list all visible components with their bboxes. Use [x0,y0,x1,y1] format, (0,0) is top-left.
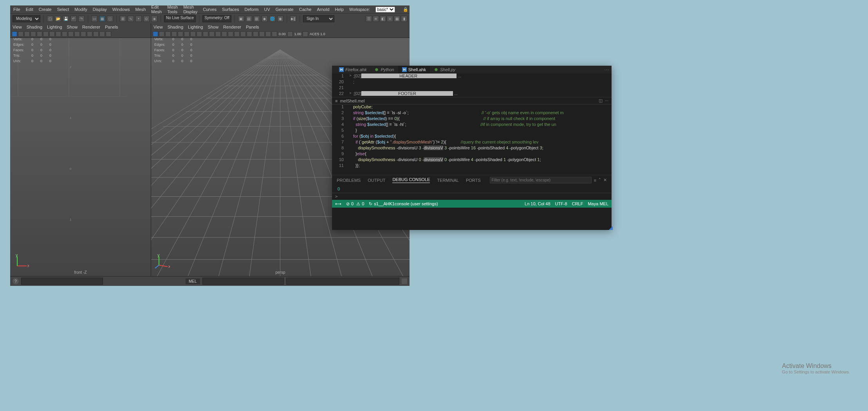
panel-menu-renderer[interactable]: Renderer [223,25,241,29]
vscode-status-bar[interactable]: ⟷ ⊘0 ⚠0 ↻ s1__AHK1console (user settings… [332,200,612,208]
vp-shadows-icon[interactable] [228,31,233,37]
tab-python[interactable]: ⬢Python [370,66,398,74]
panel-menu-lighting[interactable]: Lighting [47,25,62,29]
menu-edit[interactable]: Edit [26,7,33,12]
panel-menu-lighting[interactable]: Lighting [188,25,203,29]
graph-editor-icon[interactable]: ≋ [373,16,379,22]
panel-tab-problems[interactable]: PROBLEMS [337,178,361,183]
panel-menu-panels[interactable]: Panels [246,25,259,29]
command-line-input[interactable] [202,278,284,285]
vp-lights-icon[interactable] [222,31,227,37]
open-icon[interactable]: 📂 [55,16,61,22]
vp-aa-icon[interactable] [247,31,252,37]
tab-shell-py[interactable]: ⬢Shell.py [430,66,459,74]
render-settings-icon[interactable]: ◆ [262,16,268,22]
panel-menu-show[interactable]: Show [67,25,78,29]
account-dropdown[interactable]: Sign In [303,15,334,22]
menu-file[interactable]: File [13,7,20,12]
vp-xray-joints-icon[interactable] [265,31,271,37]
language-mode[interactable]: Maya MEL [588,201,608,206]
menu-mesh[interactable]: Mesh [135,7,146,12]
menu-edit-mesh[interactable]: Edit Mesh [151,5,162,14]
split-editor-icon[interactable]: ◫ [599,98,603,103]
quick-help-field[interactable] [21,278,103,285]
vp-motion-blur-icon[interactable] [240,31,246,37]
layer-editor-icon[interactable]: ▮ [401,16,407,22]
editor-lower[interactable]: 1polyCube;2string $selected[] = `ls -sl … [332,104,612,175]
channel-box-icon[interactable]: ▦ [394,16,400,22]
cmd-lang-label[interactable]: MEL [186,278,200,284]
editor-tabs[interactable]: HFirefox.ahk⬢PythonHShell.ahk⬢Shell.py··… [332,66,612,74]
menu-curves[interactable]: Curves [203,7,217,12]
vp-colorspace-icon[interactable] [303,31,308,37]
panel-tab-ports[interactable]: PORTS [466,178,481,183]
help-icon[interactable]: ? [13,278,19,284]
panel-close-icon[interactable]: ✕ [603,178,607,183]
vp-wireframe-icon[interactable] [203,31,208,37]
panel-collapse-icon[interactable]: ˄ [599,178,601,183]
vp-isolate-icon[interactable] [93,31,99,37]
maya-main-menu[interactable]: FileEditCreateSelectModifyDisplayWindows… [10,5,410,13]
panel-tab-terminal[interactable]: TERMINAL [437,178,459,183]
eol[interactable]: CRLF [572,201,583,206]
undo-icon[interactable]: ↶ [70,16,77,22]
debug-filter-input[interactable] [490,177,592,183]
script-editor-icon[interactable] [402,278,407,284]
hypershade-icon[interactable]: ◧ [380,16,386,22]
vp-gamma-icon[interactable] [287,31,293,37]
live-surface-dropdown[interactable]: No Live Surface [164,15,196,22]
vp-xray-icon[interactable] [259,31,265,37]
vp-exposure-icon[interactable] [272,31,277,37]
errors-warnings[interactable]: ⊘0 ⚠0 [346,201,364,206]
select-tool-icon[interactable]: ▭ [91,16,97,22]
vp-extra-icon[interactable] [106,31,111,37]
workspace-select[interactable]: basic* [375,7,395,13]
more-actions-icon[interactable]: ··· [605,98,608,103]
lasso-icon[interactable]: ◌ [107,16,113,22]
cursor-position[interactable]: Ln 10, Col 48 [525,201,550,206]
menu-surfaces[interactable]: Surfaces [222,7,239,12]
menu-display[interactable]: Display [93,7,107,12]
vp-lights-icon[interactable] [81,31,86,37]
menu-help[interactable]: Help [335,7,344,12]
vp-textured-icon[interactable] [215,31,221,37]
symmetry-dropdown[interactable]: Symmetry: Off [202,15,231,22]
panel-tab-debug-console[interactable]: DEBUG CONSOLE [392,177,430,183]
select-mode-icon[interactable]: ▦ [99,16,105,22]
light-icon[interactable]: ◉ [277,16,283,22]
panel-menu-shading[interactable]: Shading [27,25,42,29]
tab-shell-ahk[interactable]: HShell.ahk [398,66,430,74]
vp-isolate-icon[interactable] [253,31,258,37]
vp-textured-icon[interactable] [74,31,80,37]
snap-grid-icon[interactable]: ⊞ [120,16,126,22]
remote-icon[interactable]: ⟷ [335,201,341,206]
panel-tabs[interactable]: PROBLEMSOUTPUTDEBUG CONSOLETERMINALPORTS… [332,175,612,185]
panel-menu-panels[interactable]: Panels [105,25,118,29]
menu-create[interactable]: Create [39,7,52,12]
panel-menu-show[interactable]: Show [208,25,219,29]
snap-view-icon[interactable]: ◈ [151,16,157,22]
module-menu[interactable]: Modeling [13,15,40,22]
editor-upper[interactable]: 1>;[02] HEADER ...20;2122>;[02] FOOTER .… [332,74,612,97]
menu-select[interactable]: Select [57,7,69,12]
render-icon[interactable]: ▣ [238,16,244,22]
menu-windows[interactable]: Windows [112,7,130,12]
ipr-icon[interactable]: ▥ [254,16,260,22]
render-seq-icon[interactable]: ▤ [246,16,252,22]
task-runner[interactable]: ↻ s1__AHK1console (user settings) [369,201,438,206]
menu-mesh-display[interactable]: Mesh Display [183,5,197,14]
debug-repl-input[interactable]: > [332,193,612,200]
play-pause-icon[interactable]: ▶‖ [290,16,296,22]
redo-icon[interactable]: ↷ [78,16,85,22]
menu-arnold[interactable]: Arnold [317,7,329,12]
panel-tab-output[interactable]: OUTPUT [368,178,385,183]
save-icon[interactable]: 💾 [63,16,69,22]
menu-mesh-tools[interactable]: Mesh Tools [167,5,178,14]
panel-menu-renderer[interactable]: Renderer [82,25,100,29]
vp-xray-icon[interactable] [99,31,105,37]
panel-settings-icon[interactable]: ≡ [594,178,596,183]
snap-center-icon[interactable]: ⊙ [143,16,150,22]
new-scene-icon[interactable]: ▢ [47,16,53,22]
encoding[interactable]: UTF-8 [555,201,567,206]
snap-curve-icon[interactable]: ∿ [128,16,134,22]
